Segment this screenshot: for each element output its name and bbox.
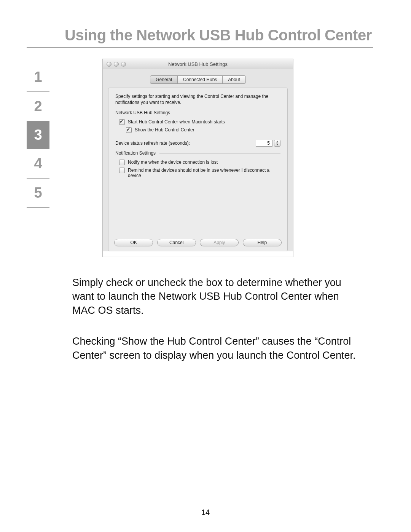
checkbox-start-on-login-label: Start Hub Control Center when Macintosh … xyxy=(128,119,225,125)
divider xyxy=(174,113,280,113)
general-panel: Specify settings for starting and viewin… xyxy=(108,88,288,251)
checkbox-show-control-center-label: Show the Hub Control Center xyxy=(135,127,194,133)
group-notification-label: Notification Settings xyxy=(115,150,156,156)
checkbox-show-control-center[interactable] xyxy=(126,127,132,133)
body-paragraph-1: Simply check or uncheck the box to deter… xyxy=(72,276,362,317)
tab-general[interactable]: General xyxy=(150,75,178,84)
checkbox-notify-lost-label: Notify me when the device connection is … xyxy=(128,160,218,165)
section-nav-item-1[interactable]: 1 xyxy=(27,63,49,92)
section-nav-item-3[interactable]: 3 xyxy=(27,121,49,149)
apply-button[interactable]: Apply xyxy=(200,239,239,246)
section-nav: 1 2 3 4 5 xyxy=(27,63,49,208)
refresh-rate-label: Device status refresh rate (seconds): xyxy=(115,141,190,146)
checkbox-remind-disconnect[interactable] xyxy=(119,168,125,173)
settings-window-screenshot: Network USB Hub Settings General Connect… xyxy=(103,59,293,257)
ok-button[interactable]: OK xyxy=(114,239,153,246)
help-button[interactable]: Help xyxy=(243,239,282,246)
document-body-text: Simply check or uncheck the box to deter… xyxy=(72,276,362,362)
checkbox-notify-lost[interactable] xyxy=(119,160,125,165)
window-title: Network USB Hub Settings xyxy=(103,61,293,67)
panel-intro: Specify settings for starting and viewin… xyxy=(115,93,280,105)
checkbox-start-on-login[interactable] xyxy=(119,119,125,125)
tab-about[interactable]: About xyxy=(222,75,245,84)
divider xyxy=(159,153,280,153)
page-number: 14 xyxy=(0,508,411,517)
section-nav-item-5[interactable]: 5 xyxy=(27,179,49,208)
cancel-button[interactable]: Cancel xyxy=(157,239,196,246)
body-paragraph-2: Checking “Show the Hub Control Center” c… xyxy=(72,334,362,362)
refresh-rate-stepper[interactable]: 5 ▲ ▼ xyxy=(256,140,280,147)
tab-bar: General Connected Hubs About xyxy=(103,69,293,88)
section-nav-item-4[interactable]: 4 xyxy=(27,149,49,179)
group-hub-settings-label: Network USB Hub Settings xyxy=(115,110,170,115)
stepper-arrows[interactable]: ▲ ▼ xyxy=(274,140,280,147)
checkbox-remind-disconnect-label: Remind me that devices should not be in … xyxy=(128,168,280,178)
refresh-rate-value[interactable]: 5 xyxy=(256,140,272,147)
page-heading: Using the Network USB Hub Control Center xyxy=(27,27,373,48)
window-titlebar: Network USB Hub Settings xyxy=(103,59,293,69)
chevron-down-icon[interactable]: ▼ xyxy=(274,143,280,146)
tab-connected-hubs[interactable]: Connected Hubs xyxy=(177,75,223,84)
section-nav-item-2[interactable]: 2 xyxy=(27,92,49,121)
